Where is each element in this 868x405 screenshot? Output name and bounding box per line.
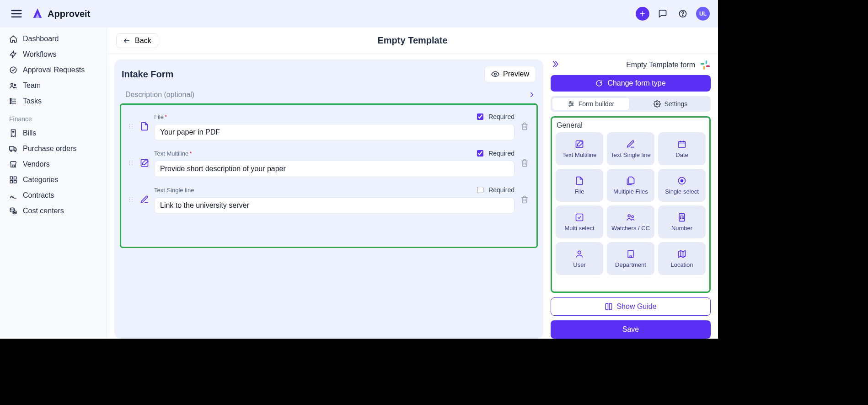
palette-multi-select[interactable]: Multi select (556, 205, 603, 238)
svg-point-42 (129, 197, 130, 198)
palette-multiple-files[interactable]: Multiple Files (607, 169, 654, 202)
sidebar-item-workflows[interactable]: Workflows (4, 47, 103, 62)
palette-department[interactable]: Department (607, 242, 654, 275)
sidebar-item-team[interactable]: Team (4, 78, 103, 93)
svg-point-36 (129, 162, 130, 163)
help-icon (678, 9, 687, 18)
drag-handle[interactable] (127, 159, 135, 167)
svg-point-46 (132, 199, 133, 200)
svg-point-68 (632, 216, 633, 217)
delete-field-button[interactable] (518, 195, 531, 204)
menu-button[interactable] (8, 5, 25, 22)
back-button[interactable]: Back (116, 33, 158, 48)
palette-single-select[interactable]: Single select (658, 169, 706, 202)
required-asterisk: * (165, 113, 167, 120)
sidebar-item-contracts[interactable]: Contracts (4, 188, 103, 203)
app-name: Approveit (48, 9, 90, 19)
collapse-right-panel[interactable] (551, 59, 560, 70)
logo-mark-icon (31, 7, 44, 20)
sidebar-item-dashboard[interactable]: Dashboard (4, 31, 103, 47)
tab-form-builder[interactable]: Form builder (552, 97, 630, 110)
svg-point-39 (132, 162, 133, 163)
sidebar-item-purchase-orders[interactable]: Purchase orders (4, 141, 103, 157)
right-panel-title: Empty Template form (564, 61, 695, 69)
messages-button[interactable] (656, 7, 670, 21)
drag-icon (127, 196, 134, 203)
required-checkbox[interactable] (477, 113, 483, 120)
palette-file[interactable]: File (556, 169, 603, 202)
sliders-icon (568, 100, 575, 108)
required-toggle[interactable]: Required (475, 149, 514, 158)
required-toggle[interactable]: Required (475, 185, 514, 194)
sidebar-item-bills[interactable]: Bills (4, 125, 103, 141)
signature-icon (9, 191, 17, 200)
palette-watchers[interactable]: Watchers / CC (607, 205, 654, 238)
slack-icon[interactable] (700, 59, 711, 70)
sidebar-item-tasks[interactable]: Tasks (4, 93, 103, 109)
calculator-icon (677, 213, 686, 222)
map-icon (677, 249, 686, 259)
palette-number[interactable]: Number (658, 205, 706, 238)
required-toggle[interactable]: Required (475, 112, 514, 121)
palette-text-single[interactable]: Text Single line (607, 132, 654, 165)
description-row[interactable]: Description (optional) (114, 88, 543, 103)
palette-text-multiline[interactable]: Text Multiline (556, 132, 603, 165)
field-label-input[interactable] (154, 197, 514, 214)
svg-rect-14 (10, 101, 11, 102)
required-checkbox[interactable] (477, 187, 483, 193)
tab-settings[interactable]: Settings (632, 97, 709, 110)
file-icon (575, 176, 584, 185)
palette-location[interactable]: Location (658, 242, 706, 275)
create-button[interactable] (636, 7, 649, 21)
sidebar-item-cost-centers[interactable]: Cost centers (4, 203, 103, 219)
page-title: Empty Template (378, 35, 448, 46)
sidebar-item-categories[interactable]: Categories (4, 172, 103, 188)
required-checkbox[interactable] (477, 150, 483, 157)
sidebar-item-label: Purchase orders (23, 145, 76, 153)
arrow-left-icon (123, 37, 130, 44)
sidebar-item-approval-requests[interactable]: Approval Requests (4, 62, 103, 78)
drag-handle[interactable] (127, 123, 135, 130)
svg-point-31 (129, 128, 130, 129)
svg-point-45 (132, 197, 133, 198)
svg-point-53 (569, 102, 571, 103)
drag-handle[interactable] (127, 196, 135, 203)
user-icon (575, 249, 584, 259)
change-form-type-label: Change form type (607, 79, 665, 87)
delete-field-button[interactable] (518, 159, 531, 167)
svg-point-30 (129, 126, 130, 127)
hamburger-icon (10, 7, 23, 20)
app-logo[interactable]: Approveit (31, 7, 90, 20)
field-palette[interactable]: General Text Multiline Text Single line (551, 116, 711, 293)
svg-point-8 (11, 83, 13, 86)
svg-point-57 (569, 105, 570, 107)
help-button[interactable] (676, 7, 690, 21)
user-avatar[interactable]: UL (696, 7, 710, 21)
tab-label: Form builder (579, 100, 615, 108)
svg-rect-76 (628, 250, 633, 257)
svg-point-55 (571, 103, 573, 105)
truck-icon (9, 145, 17, 153)
show-guide-button[interactable]: Show Guide (551, 297, 711, 316)
field-label-input[interactable] (154, 161, 514, 177)
svg-point-38 (132, 161, 133, 162)
palette-date[interactable]: Date (658, 132, 706, 165)
builder-dropzone[interactable]: File * Required (120, 103, 538, 248)
coins-icon (9, 207, 17, 215)
required-label: Required (488, 186, 514, 194)
delete-field-button[interactable] (518, 122, 531, 130)
sidebar-item-vendors[interactable]: Vendors (4, 157, 103, 172)
svg-point-75 (578, 251, 581, 254)
form-field-row: Text Multiline * Required (127, 146, 531, 183)
save-button[interactable]: Save (551, 320, 711, 339)
svg-point-73 (680, 218, 681, 219)
palette-user[interactable]: User (556, 242, 603, 275)
required-label: Required (488, 113, 514, 120)
change-form-type-button[interactable]: Change form type (551, 75, 711, 92)
svg-point-19 (11, 150, 12, 151)
store-icon (9, 160, 17, 168)
sidebar-item-label: Cost centers (23, 207, 64, 215)
field-label-input[interactable] (154, 124, 514, 140)
preview-button[interactable]: Preview (484, 66, 536, 82)
palette-label: Watchers / CC (611, 225, 650, 232)
